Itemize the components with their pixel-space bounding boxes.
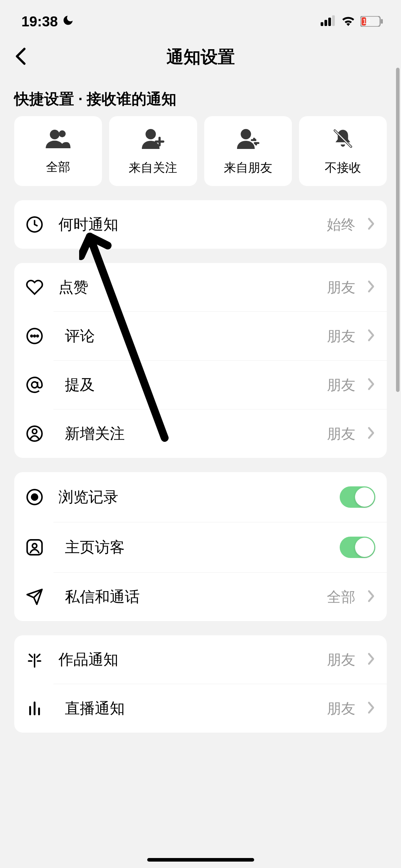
row-label: 私信和通话 <box>65 587 315 607</box>
row-value: 朋友 <box>327 650 355 670</box>
svg-line-28 <box>29 654 32 657</box>
row-live-notify[interactable]: 直播通知 朋友 <box>53 684 387 733</box>
quick-settings-row: 全部 来自关注 来自朋友 不接收 <box>0 116 401 200</box>
at-icon <box>14 376 53 394</box>
quick-card-friends[interactable]: 来自朋友 <box>204 116 292 186</box>
chevron-right-icon <box>367 427 375 441</box>
comment-icon <box>14 327 53 345</box>
row-label: 直播通知 <box>65 698 315 718</box>
signal-icon <box>320 15 336 27</box>
quick-section-title: 快捷设置 · 接收谁的通知 <box>0 78 401 116</box>
row-value: 朋友 <box>327 278 355 297</box>
svg-point-8 <box>59 130 66 137</box>
row-browse-history[interactable]: 浏览记录 <box>14 472 387 522</box>
row-mentions[interactable]: 提及 朋友 <box>53 360 387 409</box>
heart-icon <box>26 278 47 296</box>
toggle-browse-history[interactable] <box>340 486 375 508</box>
chevron-right-icon <box>367 652 375 667</box>
svg-rect-2 <box>328 17 331 26</box>
svg-point-22 <box>32 429 37 434</box>
svg-point-7 <box>50 130 60 139</box>
row-label: 提及 <box>65 375 315 395</box>
svg-point-18 <box>34 335 35 337</box>
send-icon <box>14 588 53 606</box>
row-likes[interactable]: 点赞 朋友 <box>14 263 387 311</box>
quick-card-none[interactable]: 不接收 <box>299 116 387 186</box>
scrollbar[interactable] <box>396 68 400 392</box>
chevron-right-icon <box>367 280 375 294</box>
svg-point-26 <box>32 544 37 548</box>
user-add-icon <box>142 128 164 150</box>
quick-label: 来自朋友 <box>224 160 272 176</box>
row-profile-visitors[interactable]: 主页访客 <box>53 522 387 572</box>
status-bar: 19:38 12 <box>0 0 401 36</box>
back-button[interactable] <box>14 47 27 67</box>
row-label: 点赞 <box>58 277 315 297</box>
quick-card-all[interactable]: 全部 <box>14 116 102 186</box>
status-time: 19:38 <box>21 14 58 30</box>
chevron-right-icon <box>367 590 375 604</box>
quick-label: 不接收 <box>325 160 361 176</box>
all-users-icon <box>46 129 71 150</box>
moon-icon <box>62 14 74 30</box>
row-value: 朋友 <box>327 375 355 395</box>
nav-bar: 通知设置 <box>0 36 401 78</box>
chevron-right-icon <box>367 378 375 392</box>
svg-rect-3 <box>332 15 335 26</box>
svg-point-17 <box>31 335 32 337</box>
chevron-right-icon <box>367 329 375 343</box>
user-box-icon <box>14 538 53 556</box>
row-when-notify[interactable]: 何时通知 始终 <box>14 200 387 249</box>
quick-label: 来自关注 <box>129 160 177 176</box>
sparkle-icon <box>26 651 47 668</box>
bell-off-icon <box>333 128 353 150</box>
quick-label: 全部 <box>46 159 70 175</box>
row-value: 朋友 <box>327 424 355 444</box>
home-indicator[interactable] <box>147 858 254 862</box>
row-works-notify[interactable]: 作品通知 朋友 <box>14 635 387 684</box>
user-friends-icon <box>237 128 259 150</box>
quick-card-following[interactable]: 来自关注 <box>109 116 197 186</box>
row-value: 朋友 <box>327 699 355 718</box>
svg-point-20 <box>32 382 38 388</box>
row-comments[interactable]: 评论 朋友 <box>53 311 387 360</box>
svg-line-29 <box>37 654 40 657</box>
user-circle-icon <box>14 425 53 443</box>
page-title: 通知设置 <box>14 46 387 68</box>
bars-icon <box>14 699 53 717</box>
svg-rect-5 <box>381 19 383 24</box>
toggle-profile-visitors[interactable] <box>340 537 375 558</box>
row-label: 主页访客 <box>65 537 328 557</box>
settings-group-when: 何时通知 始终 <box>14 200 387 249</box>
svg-point-9 <box>146 129 156 139</box>
eye-icon <box>26 488 47 506</box>
row-label: 浏览记录 <box>58 487 328 507</box>
svg-point-24 <box>32 494 38 500</box>
wifi-icon <box>341 15 355 27</box>
row-label: 作品通知 <box>58 650 315 670</box>
svg-point-19 <box>37 335 38 337</box>
svg-point-12 <box>241 129 251 139</box>
row-label: 评论 <box>65 326 315 346</box>
row-label: 何时通知 <box>58 215 315 234</box>
svg-rect-0 <box>321 22 324 26</box>
row-value: 朋友 <box>327 326 355 346</box>
settings-group-interactions: 点赞 朋友 评论 朋友 提及 朋友 新增关注 朋友 <box>14 263 387 458</box>
svg-rect-1 <box>324 20 327 26</box>
chevron-right-icon <box>367 217 375 232</box>
settings-group-activity: 浏览记录 主页访客 私信和通话 全部 <box>14 472 387 621</box>
row-value: 全部 <box>327 587 355 607</box>
row-value: 始终 <box>327 215 355 234</box>
settings-group-content: 作品通知 朋友 直播通知 朋友 <box>14 635 387 733</box>
battery-percent: 12 <box>363 17 370 26</box>
battery-icon: 12 <box>360 16 383 27</box>
chevron-right-icon <box>367 701 375 715</box>
row-label: 新增关注 <box>65 424 315 444</box>
row-new-followers[interactable]: 新增关注 朋友 <box>53 409 387 458</box>
clock-icon <box>26 216 47 233</box>
row-dm-calls[interactable]: 私信和通话 全部 <box>53 572 387 621</box>
